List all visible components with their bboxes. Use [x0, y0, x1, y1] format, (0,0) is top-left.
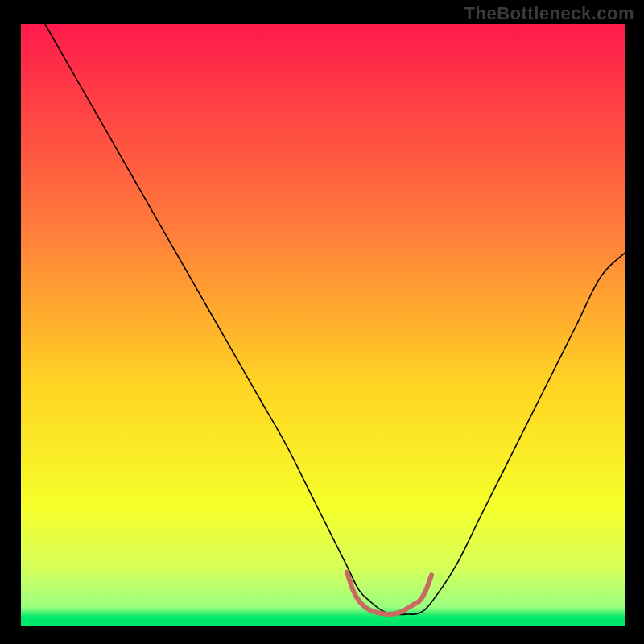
- gradient-background: [21, 24, 625, 626]
- plot-area: [21, 24, 625, 626]
- attribution-text: TheBottleneck.com: [464, 3, 634, 24]
- chart-svg: [21, 24, 625, 626]
- chart-frame: TheBottleneck.com: [0, 0, 644, 644]
